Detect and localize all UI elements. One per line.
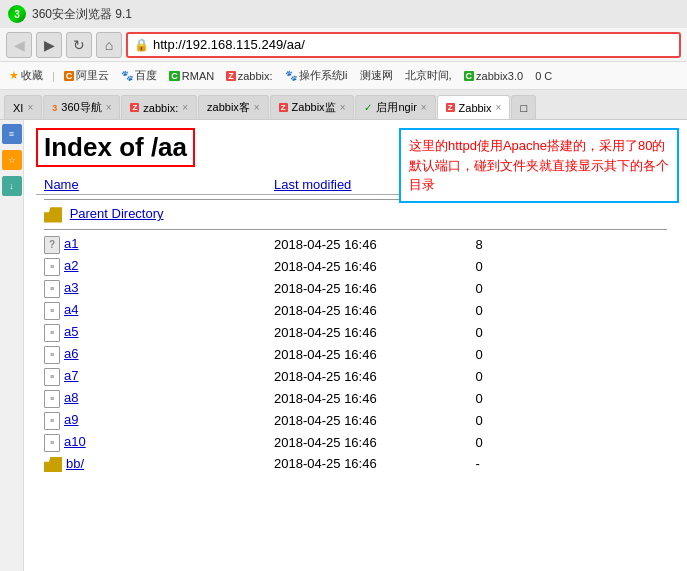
tab-new[interactable]: □	[511, 95, 536, 119]
file-name-cell: ≡a7	[36, 366, 266, 388]
file-desc	[537, 410, 675, 432]
file-name-cell: bb/	[36, 454, 266, 475]
address-input[interactable]	[153, 37, 673, 52]
tab-zabbix1[interactable]: Z zabbix: ×	[121, 95, 197, 119]
table-row: ≡a10 2018-04-25 16:46 0	[36, 432, 675, 454]
refresh-button[interactable]: ↻	[66, 32, 92, 58]
file-date: 2018-04-25 16:46	[266, 256, 467, 278]
tab-zabbix1-close[interactable]: ×	[182, 102, 188, 113]
file-link[interactable]: a9	[64, 412, 78, 427]
file-size: 0	[467, 366, 537, 388]
file-size: 0	[467, 388, 537, 410]
bookmark-aliyun[interactable]: C 阿里云	[59, 66, 115, 85]
bookmark-time-label: 北京时间,	[405, 68, 452, 83]
file-size: -	[467, 454, 537, 475]
tab-xi[interactable]: XI ×	[4, 95, 42, 119]
file-date: 2018-04-25 16:46	[266, 278, 467, 300]
bookmark-crman[interactable]: C RMAN	[164, 68, 219, 84]
table-row: ≡a2 2018-04-25 16:46 0	[36, 256, 675, 278]
tab-xi-close[interactable]: ×	[27, 102, 33, 113]
tab-zabbix-monitor-close[interactable]: ×	[340, 102, 346, 113]
name-sort-link[interactable]: Name	[44, 177, 79, 192]
file-link[interactable]: a2	[64, 258, 78, 273]
table-row: ≡a4 2018-04-25 16:46 0	[36, 300, 675, 322]
360-icon: 3	[52, 103, 57, 113]
file-link[interactable]: a1	[64, 236, 78, 251]
divider-mid	[44, 229, 667, 230]
file-desc	[537, 300, 675, 322]
file-link[interactable]: a8	[64, 390, 78, 405]
file-link[interactable]: a7	[64, 368, 78, 383]
file-name-cell: ≡a10	[36, 432, 266, 454]
bookmark-ops[interactable]: 🐾 操作系统li	[280, 66, 353, 85]
bookmark-zabbix-label: zabbix:	[238, 70, 273, 82]
z2-icon: Z	[130, 103, 139, 112]
tab-nginx[interactable]: ✓ 启用ngir ×	[355, 95, 435, 119]
bookmark-zabbix3[interactable]: C zabbix3.0	[459, 68, 529, 84]
file-link[interactable]: a10	[64, 434, 86, 449]
security-icon: 🔒	[134, 38, 149, 52]
sidebar-menu-icon[interactable]: ≡	[2, 124, 22, 144]
tab-360nav[interactable]: 3 360导航 ×	[43, 95, 120, 119]
tab-zabbix-client[interactable]: zabbix客 ×	[198, 95, 269, 119]
page-title: Index of /aa	[36, 128, 195, 167]
bookmark-speed[interactable]: 测速网	[355, 66, 398, 85]
browser-title: 360安全浏览器 9.1	[32, 6, 132, 23]
file-link[interactable]: a5	[64, 324, 78, 339]
file-link[interactable]: a6	[64, 346, 78, 361]
bookmark-time[interactable]: 北京时间,	[400, 66, 457, 85]
address-bar-container[interactable]: 🔒	[126, 32, 681, 58]
main-content: Index of /aa 这里的httpd使用Apache搭建的，采用了80的默…	[24, 120, 687, 571]
file-date: 2018-04-25 16:46	[266, 454, 467, 475]
file-link[interactable]: a3	[64, 280, 78, 295]
forward-button[interactable]: ▶	[36, 32, 62, 58]
nav-bar: ◀ ▶ ↻ ⌂ 🔒	[0, 28, 687, 62]
tab-zabbix-active-label: Zabbix	[459, 102, 492, 114]
file-link[interactable]: bb/	[66, 456, 84, 471]
col-name-header[interactable]: Name	[36, 175, 266, 195]
tab-zabbix-active-close[interactable]: ×	[496, 102, 502, 113]
tab-zabbix-monitor[interactable]: Z Zabbix监 ×	[270, 95, 355, 119]
file-desc	[537, 322, 675, 344]
bookmark-extra[interactable]: 0 C	[530, 68, 557, 84]
file-name-cell: ≡a4	[36, 300, 266, 322]
tab-360nav-close[interactable]: ×	[106, 102, 112, 113]
crman-icon: C	[169, 71, 180, 81]
bookmark-extra-label: 0 C	[535, 70, 552, 82]
z3tab-icon: Z	[279, 103, 288, 112]
tab-zabbix-active[interactable]: Z Zabbix ×	[437, 95, 511, 119]
file-name-cell: ≡a9	[36, 410, 266, 432]
modified-sort-link[interactable]: Last modified	[274, 177, 351, 192]
tab-zabbix-monitor-label: Zabbix监	[292, 100, 336, 115]
folder-icon	[44, 456, 62, 472]
bookmark-crman-label: RMAN	[182, 70, 214, 82]
file-size: 0	[467, 322, 537, 344]
tab-nginx-close[interactable]: ×	[421, 102, 427, 113]
tab-nginx-label: 启用ngir	[376, 100, 416, 115]
sidebar: ≡ ☆ ↓	[0, 120, 24, 571]
tabs-bar: XI × 3 360导航 × Z zabbix: × zabbix客 × Z Z…	[0, 90, 687, 120]
sidebar-download-icon[interactable]: ↓	[2, 176, 22, 196]
annotation-text: 这里的httpd使用Apache搭建的，采用了80的默认端口，碰到文件夹就直接显…	[409, 138, 669, 192]
bookmark-collect[interactable]: ★ 收藏	[4, 66, 48, 85]
new-tab-icon: □	[520, 102, 527, 114]
star-icon: ★	[9, 69, 19, 82]
browser-logo: 3	[8, 5, 26, 23]
parent-dir-link[interactable]: Parent Directory	[70, 206, 164, 221]
tab-zabbix1-label: zabbix:	[143, 102, 178, 114]
parent-date	[266, 204, 467, 225]
sidebar-star-icon[interactable]: ☆	[2, 150, 22, 170]
table-row-parent: Parent Directory	[36, 204, 675, 225]
bookmark-zabbix[interactable]: Z zabbix:	[221, 68, 277, 84]
table-row: ≡a5 2018-04-25 16:46 0	[36, 322, 675, 344]
tab-zabbix-client-close[interactable]: ×	[254, 102, 260, 113]
file-date: 2018-04-25 16:46	[266, 344, 467, 366]
bookmark-baidu[interactable]: 🐾 百度	[116, 66, 162, 85]
text-file-icon: ≡	[44, 390, 60, 408]
title-bar: 3 360安全浏览器 9.1	[0, 0, 687, 28]
z-icon: Z	[226, 71, 236, 81]
file-link[interactable]: a4	[64, 302, 78, 317]
back-button[interactable]: ◀	[6, 32, 32, 58]
home-button[interactable]: ⌂	[96, 32, 122, 58]
bookmark-ops-label: 操作系统li	[299, 68, 348, 83]
